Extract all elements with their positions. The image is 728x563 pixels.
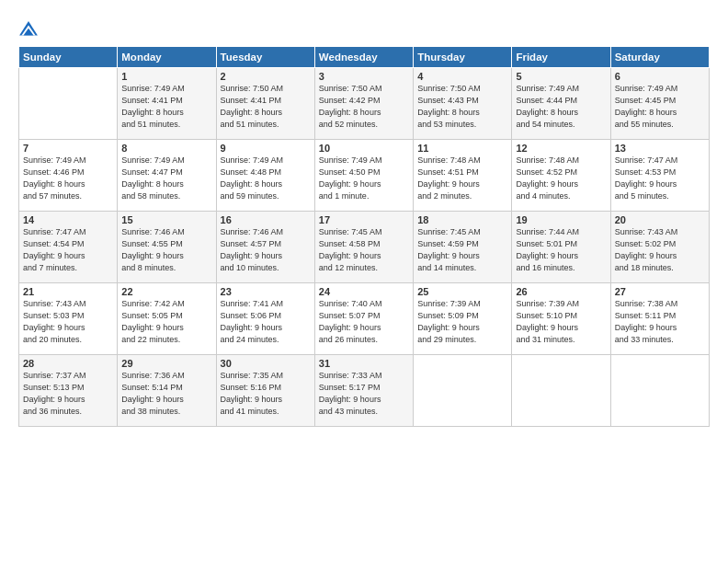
day-info: Sunrise: 7:45 AM Sunset: 4:59 PM Dayligh… [417,226,507,274]
day-info: Sunrise: 7:49 AM Sunset: 4:44 PM Dayligh… [516,83,606,131]
day-number: 24 [319,286,409,297]
week-row-3: 14Sunrise: 7:47 AM Sunset: 4:54 PM Dayli… [19,212,710,283]
day-cell: 14Sunrise: 7:47 AM Sunset: 4:54 PM Dayli… [19,212,118,283]
day-cell: 6Sunrise: 7:49 AM Sunset: 4:45 PM Daylig… [610,68,709,140]
day-number: 7 [23,143,113,154]
day-info: Sunrise: 7:39 AM Sunset: 5:10 PM Dayligh… [516,298,606,346]
day-cell: 4Sunrise: 7:50 AM Sunset: 4:43 PM Daylig… [414,68,512,140]
day-cell: 2Sunrise: 7:50 AM Sunset: 4:41 PM Daylig… [216,68,314,140]
page-header [18,17,710,40]
col-header-monday: Monday [118,47,216,68]
col-header-tuesday: Tuesday [216,47,314,68]
day-cell: 5Sunrise: 7:49 AM Sunset: 4:44 PM Daylig… [512,68,610,140]
day-info: Sunrise: 7:49 AM Sunset: 4:45 PM Dayligh… [615,83,705,131]
day-number: 13 [615,143,705,154]
col-header-wednesday: Wednesday [314,47,413,68]
col-header-friday: Friday [512,47,610,68]
day-info: Sunrise: 7:49 AM Sunset: 4:47 PM Dayligh… [121,155,211,202]
day-cell: 22Sunrise: 7:42 AM Sunset: 5:05 PM Dayli… [118,283,216,355]
day-cell: 26Sunrise: 7:39 AM Sunset: 5:10 PM Dayli… [512,283,610,355]
calendar-table: SundayMondayTuesdayWednesdayThursdayFrid… [18,46,710,427]
day-number: 16 [221,214,311,225]
day-cell: 20Sunrise: 7:43 AM Sunset: 5:02 PM Dayli… [610,212,709,283]
day-number: 10 [319,143,409,154]
day-info: Sunrise: 7:38 AM Sunset: 5:11 PM Dayligh… [615,298,705,346]
day-number: 30 [221,358,311,369]
day-cell: 19Sunrise: 7:44 AM Sunset: 5:01 PM Dayli… [512,212,610,283]
day-number: 1 [121,71,211,82]
day-cell [19,68,118,140]
logo [18,20,42,40]
day-cell: 21Sunrise: 7:43 AM Sunset: 5:03 PM Dayli… [19,283,118,355]
day-cell: 8Sunrise: 7:49 AM Sunset: 4:47 PM Daylig… [118,140,216,212]
day-number: 2 [221,71,311,82]
week-row-2: 7Sunrise: 7:49 AM Sunset: 4:46 PM Daylig… [19,140,710,212]
day-cell [414,355,512,427]
day-number: 29 [121,358,211,369]
day-number: 4 [417,71,507,82]
day-info: Sunrise: 7:49 AM Sunset: 4:46 PM Dayligh… [23,155,113,202]
day-cell: 3Sunrise: 7:50 AM Sunset: 4:42 PM Daylig… [314,68,413,140]
day-number: 28 [23,358,113,369]
day-info: Sunrise: 7:49 AM Sunset: 4:41 PM Dayligh… [121,83,211,131]
day-cell: 27Sunrise: 7:38 AM Sunset: 5:11 PM Dayli… [610,283,709,355]
week-row-4: 21Sunrise: 7:43 AM Sunset: 5:03 PM Dayli… [19,283,710,355]
day-number: 5 [516,71,606,82]
header-row: SundayMondayTuesdayWednesdayThursdayFrid… [19,47,710,68]
logo-icon [18,20,39,40]
day-number: 26 [516,286,606,297]
day-info: Sunrise: 7:41 AM Sunset: 5:06 PM Dayligh… [221,298,311,346]
day-number: 14 [23,214,113,225]
day-cell: 1Sunrise: 7:49 AM Sunset: 4:41 PM Daylig… [118,68,216,140]
day-number: 23 [221,286,311,297]
day-info: Sunrise: 7:44 AM Sunset: 5:01 PM Dayligh… [516,226,606,274]
day-number: 22 [121,286,211,297]
day-cell: 29Sunrise: 7:36 AM Sunset: 5:14 PM Dayli… [118,355,216,427]
day-number: 15 [121,214,211,225]
day-number: 18 [417,214,507,225]
day-info: Sunrise: 7:49 AM Sunset: 4:50 PM Dayligh… [319,155,409,202]
day-cell: 24Sunrise: 7:40 AM Sunset: 5:07 PM Dayli… [314,283,413,355]
day-info: Sunrise: 7:36 AM Sunset: 5:14 PM Dayligh… [121,370,211,418]
day-info: Sunrise: 7:45 AM Sunset: 4:58 PM Dayligh… [319,226,409,274]
day-cell: 15Sunrise: 7:46 AM Sunset: 4:55 PM Dayli… [118,212,216,283]
day-cell: 23Sunrise: 7:41 AM Sunset: 5:06 PM Dayli… [216,283,314,355]
day-info: Sunrise: 7:47 AM Sunset: 4:54 PM Dayligh… [23,226,113,274]
day-info: Sunrise: 7:50 AM Sunset: 4:41 PM Dayligh… [221,83,311,131]
day-number: 9 [221,143,311,154]
day-info: Sunrise: 7:46 AM Sunset: 4:55 PM Dayligh… [121,226,211,274]
col-header-sunday: Sunday [19,47,118,68]
day-cell: 30Sunrise: 7:35 AM Sunset: 5:16 PM Dayli… [216,355,314,427]
day-number: 25 [417,286,507,297]
col-header-thursday: Thursday [414,47,512,68]
day-info: Sunrise: 7:47 AM Sunset: 4:53 PM Dayligh… [615,155,705,202]
day-info: Sunrise: 7:40 AM Sunset: 5:07 PM Dayligh… [319,298,409,346]
day-cell: 16Sunrise: 7:46 AM Sunset: 4:57 PM Dayli… [216,212,314,283]
day-cell [512,355,610,427]
day-info: Sunrise: 7:35 AM Sunset: 5:16 PM Dayligh… [221,370,311,418]
week-row-1: 1Sunrise: 7:49 AM Sunset: 4:41 PM Daylig… [19,68,710,140]
day-cell: 9Sunrise: 7:49 AM Sunset: 4:48 PM Daylig… [216,140,314,212]
day-cell: 28Sunrise: 7:37 AM Sunset: 5:13 PM Dayli… [19,355,118,427]
day-info: Sunrise: 7:39 AM Sunset: 5:09 PM Dayligh… [417,298,507,346]
day-info: Sunrise: 7:48 AM Sunset: 4:51 PM Dayligh… [417,155,507,202]
day-cell: 25Sunrise: 7:39 AM Sunset: 5:09 PM Dayli… [414,283,512,355]
week-row-5: 28Sunrise: 7:37 AM Sunset: 5:13 PM Dayli… [19,355,710,427]
day-info: Sunrise: 7:50 AM Sunset: 4:43 PM Dayligh… [417,83,507,131]
day-cell: 12Sunrise: 7:48 AM Sunset: 4:52 PM Dayli… [512,140,610,212]
day-info: Sunrise: 7:33 AM Sunset: 5:17 PM Dayligh… [319,370,409,418]
day-cell: 7Sunrise: 7:49 AM Sunset: 4:46 PM Daylig… [19,140,118,212]
day-cell: 13Sunrise: 7:47 AM Sunset: 4:53 PM Dayli… [610,140,709,212]
day-number: 31 [319,358,409,369]
day-cell: 10Sunrise: 7:49 AM Sunset: 4:50 PM Dayli… [314,140,413,212]
calendar-page: SundayMondayTuesdayWednesdayThursdayFrid… [0,0,728,563]
day-number: 19 [516,214,606,225]
day-info: Sunrise: 7:43 AM Sunset: 5:03 PM Dayligh… [23,298,113,346]
day-cell: 17Sunrise: 7:45 AM Sunset: 4:58 PM Dayli… [314,212,413,283]
day-cell: 18Sunrise: 7:45 AM Sunset: 4:59 PM Dayli… [414,212,512,283]
day-cell: 31Sunrise: 7:33 AM Sunset: 5:17 PM Dayli… [314,355,413,427]
day-cell [610,355,709,427]
day-info: Sunrise: 7:42 AM Sunset: 5:05 PM Dayligh… [121,298,211,346]
day-info: Sunrise: 7:50 AM Sunset: 4:42 PM Dayligh… [319,83,409,131]
day-info: Sunrise: 7:49 AM Sunset: 4:48 PM Dayligh… [221,155,311,202]
